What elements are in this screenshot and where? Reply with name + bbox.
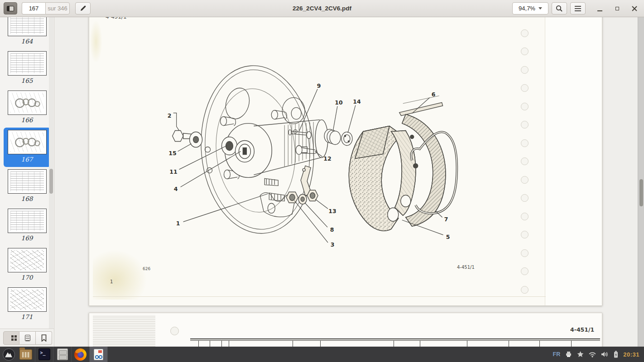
thumbnail-label: 168 [21, 195, 33, 203]
taskbar-item-document-viewer-active[interactable] [90, 347, 108, 362]
thumbnail-scroll-area[interactable]: 164 165 166 167 168 [0, 17, 54, 329]
thumbnail-image [8, 17, 47, 36]
taskbar-window-buttons: >_ [35, 347, 108, 362]
table-column-tick [221, 341, 222, 347]
part-label: 4 [174, 186, 178, 192]
close-icon [630, 4, 639, 14]
close-button[interactable] [630, 4, 639, 14]
chevron-down-icon [538, 7, 542, 10]
sidebar-mode-tabs [0, 329, 54, 347]
part-label: 2 [168, 112, 172, 119]
table-column-tick [198, 341, 199, 347]
thumbnail-image [8, 209, 47, 233]
favorites-star-icon[interactable] [577, 351, 584, 357]
wifi-icon[interactable] [589, 352, 596, 357]
thumbnail-page-165[interactable]: 165 [4, 49, 51, 88]
annotate-button[interactable] [75, 2, 91, 14]
window-title: 226_2CV4_2CV6.pdf [293, 5, 351, 12]
page-footer-reference: 4-451/1 [457, 265, 475, 270]
tab-annotations[interactable] [19, 331, 36, 345]
battery-charging-icon[interactable] [614, 351, 618, 358]
tab-bookmarks[interactable] [36, 331, 52, 345]
pdf-page-167: 4-451/1 [89, 16, 602, 306]
note-icon [25, 335, 30, 341]
sidebar-scrollbar-thumb[interactable] [49, 169, 53, 194]
terminal-icon: >_ [38, 348, 50, 360]
table-column-tick [571, 341, 572, 347]
part-label: 11 [169, 168, 177, 175]
thumbnail-image [8, 169, 47, 194]
hamburger-icon [575, 6, 581, 11]
table-column-tick [293, 341, 293, 347]
part-label: 9 [317, 82, 321, 89]
table-column-tick [509, 341, 509, 347]
thumbnail-label: 165 [21, 76, 33, 85]
distro-menu-icon[interactable] [3, 348, 15, 361]
thumbnail-label: 166 [21, 116, 33, 124]
menu-button[interactable] [570, 2, 586, 14]
thumbnail-page-168[interactable]: 168 [4, 167, 51, 206]
keyboard-layout-indicator[interactable]: FR [553, 351, 561, 357]
thumbnail-page-164[interactable]: 164 [4, 17, 51, 49]
thumbnail-label: 167 [21, 155, 33, 163]
zoom-level-dropdown[interactable]: 94,7% [512, 2, 548, 14]
desktop: sur 346 226_2CV4_2CV6.pdf 94,7% [0, 0, 644, 362]
thumbnail-image [8, 90, 47, 115]
table-column-tick [394, 341, 394, 347]
minimize-button[interactable] [595, 4, 605, 14]
pencil-icon [80, 5, 87, 12]
thumbnail-page-167-selected[interactable]: 167 [4, 128, 51, 167]
part-label: 10 [335, 99, 342, 106]
sidebar-panes-icon [7, 6, 14, 11]
tab-thumbnails[interactable] [3, 331, 19, 345]
taskbar-item-terminal[interactable]: >_ [35, 347, 53, 362]
main-scrollbar[interactable] [638, 17, 644, 347]
part-label: 1 [176, 220, 180, 227]
bookmark-icon [41, 334, 47, 342]
taskbar-item-archive-manager[interactable] [53, 347, 72, 362]
thumbnail-image [8, 130, 47, 154]
printer-icon[interactable] [565, 351, 572, 357]
thumbnail-image [8, 51, 47, 76]
table-column-tick [420, 341, 420, 347]
search-icon [556, 5, 563, 12]
thumbnail-label: 170 [21, 273, 33, 281]
thumbnail-label: 169 [21, 234, 33, 242]
page-top-reference: 4-451/1 [570, 326, 594, 333]
thumbnail-label: 164 [21, 37, 33, 45]
page-corner-number: 1 [110, 279, 113, 284]
thumbnail-page-170[interactable]: 170 [4, 246, 51, 285]
maximize-button[interactable] [612, 4, 622, 14]
thumbnail-sidebar: 164 165 166 167 168 [0, 17, 54, 347]
brake-assembly-figure [89, 17, 602, 306]
thumbnail-page-169[interactable]: 169 [4, 206, 51, 246]
headerbar-right: 94,7% [512, 2, 640, 14]
part-label: 13 [328, 208, 336, 214]
search-button[interactable] [552, 2, 567, 14]
part-label: 7 [444, 216, 448, 223]
page-number-group: sur 346 [22, 2, 70, 14]
clock[interactable]: 20:31 [623, 351, 639, 358]
part-label: 5 [446, 233, 450, 240]
page-number-input[interactable] [22, 2, 45, 14]
maximize-icon [615, 7, 619, 10]
punch-hole [170, 327, 179, 335]
page-total-label: sur 346 [45, 2, 70, 14]
taskbar-item-firefox[interactable] [72, 347, 90, 362]
thumbnail-page-171[interactable]: 171 [4, 285, 51, 324]
part-label: 6 [432, 91, 436, 98]
sidebar-scrollbar[interactable] [49, 17, 53, 329]
table-column-tick [229, 341, 229, 347]
thumbnail-page-166[interactable]: 166 [4, 88, 51, 128]
main-scrollbar-thumb[interactable] [639, 179, 643, 206]
thumbnail-image [8, 287, 47, 312]
document-view[interactable]: 4-451/1 [55, 17, 644, 347]
table-column-tick [210, 341, 210, 347]
system-tray: FR 20:31 [553, 351, 644, 358]
volume-icon[interactable] [601, 351, 609, 357]
part-label: 12 [323, 155, 331, 162]
sidebar-toggle-button[interactable] [4, 2, 17, 14]
file-manager-icon[interactable] [19, 349, 32, 360]
desktop-taskbar: >_ FR [0, 347, 644, 362]
grid-icon [9, 335, 14, 341]
